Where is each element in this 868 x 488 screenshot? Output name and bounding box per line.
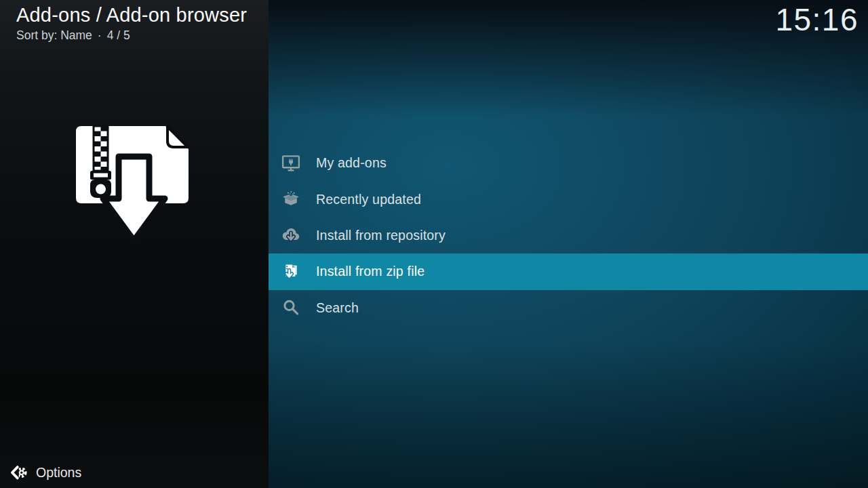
menu-item-label: Install from zip file — [316, 264, 425, 279]
zip-download-icon — [279, 261, 302, 283]
menu-item-label: My add-ons — [316, 155, 387, 171]
zip-file-download-icon — [71, 119, 199, 248]
menu-item-install-from-repository[interactable]: Install from repository — [269, 218, 868, 253]
menu-item-install-from-zip-file[interactable]: Install from zip file — [269, 253, 868, 289]
kodi-addon-browser-screen: Add-ons / Add-on browser Sort by: Name·4… — [0, 0, 868, 488]
item-position: 4 / 5 — [107, 28, 130, 42]
menu-item-my-add-ons[interactable]: My add-ons — [269, 145, 868, 181]
cloud-download-icon — [279, 224, 302, 246]
open-box-icon — [279, 188, 302, 210]
menu-item-search[interactable]: Search — [269, 290, 868, 326]
menu-item-recently-updated[interactable]: Recently updated — [269, 181, 868, 217]
sort-status: Sort by: Name·4 / 5 — [16, 28, 247, 43]
header: Add-ons / Add-on browser Sort by: Name·4… — [16, 4, 247, 43]
addon-browser-menu: My add-onsRecently updatedInstall from r… — [269, 145, 868, 326]
monitor-addon-icon — [279, 152, 302, 174]
search-icon — [279, 297, 302, 319]
separator-dot: · — [98, 28, 102, 42]
options-gear-icon — [9, 464, 28, 482]
menu-item-label: Install from repository — [316, 228, 446, 243]
menu-item-label: Search — [316, 300, 359, 316]
menu-item-label: Recently updated — [316, 192, 421, 207]
options-button[interactable]: Options — [9, 464, 81, 482]
sort-by-label: Sort by: Name — [16, 28, 92, 42]
options-label: Options — [36, 465, 81, 481]
page-title: Add-ons / Add-on browser — [16, 4, 247, 26]
clock: 15:16 — [775, 3, 859, 37]
